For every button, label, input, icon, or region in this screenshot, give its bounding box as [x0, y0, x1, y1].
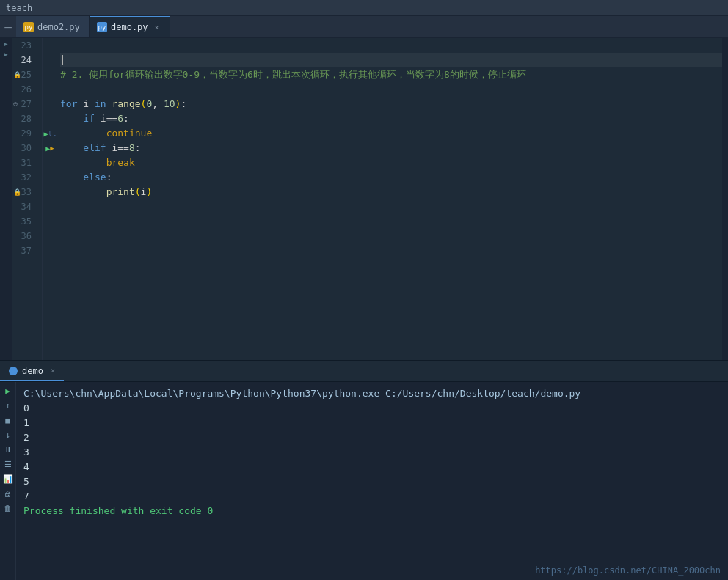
output-line: 7 [23, 489, 721, 504]
watermark: https://blog.csdn.net/CHINA_2000chn [535, 565, 721, 576]
run-toolbar: ▶ ↑ ■ ↓ ⏸ ☰ 📊 🖨 🗑 [0, 382, 16, 580]
editor-main: 2324🔒2526⊖272829303132🔒3334353637 ▶ll▶▶ … [12, 38, 722, 360]
code-line-28: if i==6: [60, 111, 722, 126]
output-line: 5 [23, 474, 721, 489]
line-indicator-35 [43, 214, 57, 229]
line-indicator-24 [43, 53, 57, 67]
run-up-button[interactable]: ↑ [2, 400, 14, 411]
code-line-30: elif i==8: [60, 141, 722, 155]
tab-close-demo[interactable]: × [152, 22, 162, 32]
tab-label-demo: demo.py [111, 22, 148, 32]
line-number-30: 30 [12, 141, 36, 155]
code-line-34 [60, 199, 722, 214]
line-number-36: 36 [12, 229, 36, 243]
code-line-33: print(i) [60, 185, 722, 199]
run-stats-button[interactable]: 📊 [2, 473, 14, 485]
minimize-button[interactable]: — [0, 16, 16, 37]
line-indicator-27 [43, 97, 57, 111]
title-bar: teach [0, 0, 728, 16]
run-down-button[interactable]: ↓ [2, 429, 14, 441]
code-line-36 [60, 229, 722, 243]
line-indicator-37 [43, 243, 57, 258]
line-number-33: 🔒33 [12, 185, 36, 199]
line-number-26: 26 [12, 82, 36, 97]
line-indicator-36 [43, 229, 57, 243]
tab-label-demo2: demo2.py [37, 22, 80, 32]
line-indicator-23 [43, 38, 57, 53]
line-number-28: 28 [12, 111, 36, 126]
tab-demo2[interactable]: py demo2.py [16, 16, 90, 37]
output-line: 3 [23, 445, 721, 460]
line-number-35: 35 [12, 214, 36, 229]
line-number-23: 23 [12, 38, 36, 53]
right-scrollbar[interactable] [722, 38, 728, 360]
run-print-button[interactable]: 🖨 [2, 488, 14, 499]
run-trash-button[interactable]: 🗑 [2, 502, 14, 514]
code-line-32: else: [60, 170, 722, 185]
line-indicator-34 [43, 199, 57, 214]
left-sidebar: ▶ ▶ [0, 38, 12, 360]
line-numbers: 2324🔒2526⊖272829303132🔒3334353637 [12, 38, 43, 360]
line-indicator-28 [43, 111, 57, 126]
code-line-35 [60, 214, 722, 229]
line-number-25: 🔒25 [12, 67, 36, 82]
panel-tab-bar: demo × [0, 361, 728, 382]
output-line: 2 [23, 430, 721, 445]
output-line: 4 [23, 460, 721, 474]
code-line-29: continue [60, 126, 722, 141]
line-number-27: ⊖27 [12, 97, 36, 111]
code-line-37 [60, 243, 722, 258]
line-indicator-25 [43, 67, 57, 82]
terminal-command: C:\Users\chn\AppData\Local\Programs\Pyth… [23, 386, 721, 401]
run-tab-label: demo [22, 366, 43, 376]
line-indicator-31 [43, 155, 57, 170]
code-line-23 [60, 38, 722, 53]
line-number-37: 37 [12, 243, 36, 258]
code-line-27: for i in range(0, 10): [60, 97, 722, 111]
code-line-24 [60, 53, 722, 67]
output-line: 1 [23, 416, 721, 430]
line-number-32: 32 [12, 170, 36, 185]
terminal-exit-message: Process finished with exit code 0 [23, 504, 721, 518]
terminal-output-lines: 0123457 [23, 401, 721, 504]
line-indicator-33 [43, 185, 57, 199]
run-console-button[interactable]: ☰ [2, 458, 14, 470]
line-indicator-26 [43, 82, 57, 97]
line-number-31: 31 [12, 155, 36, 170]
editor-area: ▶ ▶ 2324🔒2526⊖272829303132🔒3334353637 ▶l… [0, 38, 728, 360]
tab-bar: — py demo2.py py demo.py × [0, 16, 728, 38]
tab-icon-demo: py [97, 22, 107, 32]
run-play-button[interactable]: ▶ [2, 385, 14, 397]
bottom-panel: demo × ▶ ↑ ■ ↓ ⏸ ☰ 📊 🖨 🗑 C:\Users\chn\Ap… [0, 360, 728, 580]
sidebar-icon-1: ▶ [1, 40, 10, 48]
output-line: 0 [23, 401, 721, 416]
line-indicator-30: ▶▶ [43, 141, 57, 155]
sidebar-icon-2: ▶ [1, 50, 10, 59]
run-tab-icon [9, 367, 18, 375]
run-indicators: ▶ll▶▶ [43, 38, 57, 360]
run-tab-close[interactable]: × [51, 367, 55, 375]
code-editor[interactable]: # 2. 使用for循环输出数字0-9，当数字为6时，跳出本次循环，执行其他循环… [57, 38, 722, 360]
terminal-output: C:\Users\chn\AppData\Local\Programs\Pyth… [16, 382, 728, 580]
code-line-25: # 2. 使用for循环输出数字0-9，当数字为6时，跳出本次循环，执行其他循环… [60, 67, 722, 82]
code-line-26 [60, 82, 722, 97]
title-bar-text: teach [6, 3, 32, 13]
line-indicator-29: ▶ll [43, 126, 57, 141]
line-number-29: 29 [12, 126, 36, 141]
run-pause-button[interactable]: ⏸ [2, 444, 14, 455]
tab-icon-demo2: py [23, 22, 34, 32]
run-stop-button[interactable]: ■ [2, 414, 14, 426]
code-line-31: break [60, 155, 722, 170]
run-panel-content: ▶ ↑ ■ ↓ ⏸ ☰ 📊 🖨 🗑 C:\Users\chn\AppData\L… [0, 382, 728, 580]
run-tab[interactable]: demo × [0, 361, 64, 381]
tab-demo[interactable]: py demo.py × [90, 16, 170, 37]
line-number-34: 34 [12, 199, 36, 214]
line-indicator-32 [43, 170, 57, 185]
line-number-24: 24 [12, 53, 36, 67]
